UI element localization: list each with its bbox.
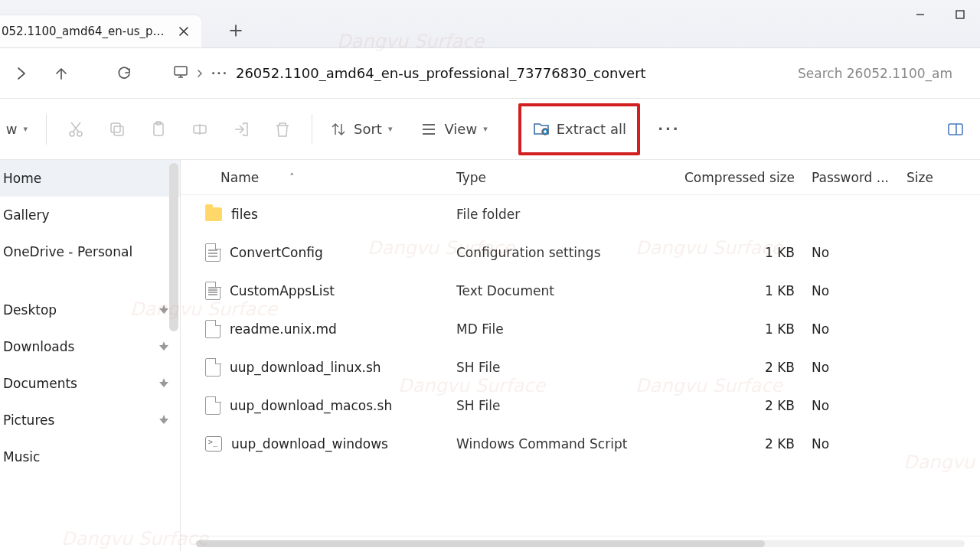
sidebar-item-onedrive[interactable]: OneDrive - Personal [0, 233, 180, 270]
tab-title: 052.1100_amd64_en-us_prof [2, 24, 166, 38]
search-input[interactable]: Search 26052.1100_am [789, 57, 980, 90]
sidebar-item-gallery[interactable]: Gallery [0, 197, 180, 233]
sidebar-item-label: Downloads [3, 339, 74, 354]
file-icon [205, 358, 220, 377]
header-password[interactable]: Password ... [812, 170, 906, 185]
search-placeholder: Search 26052.1100_am [798, 66, 952, 81]
file-type: File folder [456, 207, 654, 222]
sidebar-item-pictures[interactable]: Pictures [0, 402, 180, 439]
table-row[interactable]: ConvertConfig Configuration settings 1 K… [181, 233, 980, 272]
file-csize: 2 KB [654, 436, 812, 452]
table-row[interactable]: uup_download_macos.sh SH File 2 KB No [181, 386, 980, 425]
sidebar-item-documents[interactable]: Documents [0, 365, 180, 402]
sidebar-item-label: Music [3, 449, 40, 465]
file-name: uup_download_windows [231, 436, 388, 452]
header-type[interactable]: Type [456, 170, 654, 185]
file-pw: No [812, 360, 906, 375]
file-csize: 2 KB [654, 360, 812, 375]
header-name[interactable]: Name ˄ [181, 170, 456, 185]
sidebar-item-desktop[interactable]: Desktop [0, 292, 180, 328]
file-csize: 1 KB [654, 245, 812, 260]
sort-label: Sort [354, 121, 382, 137]
file-type: SH File [456, 398, 654, 413]
sidebar-item-label: Home [3, 171, 41, 186]
forward-button[interactable] [5, 57, 38, 90]
file-csize: 1 KB [654, 321, 812, 337]
share-button[interactable] [221, 109, 261, 149]
file-icon [205, 320, 220, 338]
view-button[interactable]: View ▾ [412, 109, 495, 149]
file-type: Windows Command Script [456, 436, 654, 452]
horizontal-scrollbar[interactable] [181, 536, 980, 551]
new-label: w [6, 121, 18, 137]
file-name: files [231, 207, 258, 222]
table-row[interactable]: uup_download_linux.sh SH File 2 KB No [181, 348, 980, 386]
file-name: CustomAppsList [230, 283, 335, 298]
more-button[interactable]: ··· [649, 109, 689, 149]
extract-all-button[interactable]: Extract all [518, 103, 640, 155]
table-row[interactable]: CustomAppsList Text Document 1 KB No [181, 272, 980, 310]
chevron-right-icon[interactable] [196, 67, 204, 80]
svg-point-2 [70, 132, 74, 136]
file-pw: No [812, 321, 906, 337]
copy-button[interactable] [97, 109, 137, 149]
tab-active[interactable]: 052.1100_amd64_en-us_prof [0, 15, 201, 47]
overflow-ellipsis-icon[interactable]: ··· [211, 67, 228, 80]
file-name: uup_download_linux.sh [230, 360, 381, 375]
navigation-sidebar[interactable]: Home Gallery OneDrive - Personal Desktop… [0, 160, 181, 551]
pin-icon [158, 376, 169, 391]
file-type: Text Document [456, 283, 654, 298]
minimize-button[interactable] [900, 0, 940, 29]
view-label: View [444, 121, 477, 137]
config-file-icon [205, 243, 220, 262]
delete-button[interactable] [263, 109, 302, 149]
file-pw: No [812, 283, 906, 298]
file-name: ConvertConfig [230, 245, 323, 260]
sort-button[interactable]: Sort ▾ [322, 109, 400, 149]
file-name: uup_download_macos.sh [230, 398, 392, 413]
refresh-button[interactable] [107, 57, 141, 90]
rename-button[interactable] [180, 109, 220, 149]
file-csize: 1 KB [654, 283, 812, 298]
file-list-pane: Name ˄ Type Compressed size Password ...… [181, 160, 980, 551]
sidebar-item-music[interactable]: Music [0, 439, 180, 475]
maximize-button[interactable] [940, 0, 980, 29]
chevron-down-icon: ▾ [24, 124, 28, 134]
new-button[interactable]: w ▾ [0, 109, 37, 149]
chevron-down-icon: ▾ [388, 124, 393, 134]
address-toolbar: ··· 26052.1100_amd64_en-us_professional_… [0, 48, 980, 99]
sidebar-item-label: OneDrive - Personal [3, 244, 132, 259]
svg-rect-0 [956, 11, 964, 18]
sidebar-item-label: Pictures [3, 412, 54, 428]
paste-button[interactable] [139, 109, 178, 149]
command-toolbar: w ▾ Sort ▾ View ▾ Extract all ··· [0, 99, 980, 160]
details-pane-button[interactable] [936, 109, 975, 149]
table-row[interactable]: files File folder [181, 195, 980, 233]
close-tab-icon[interactable] [177, 24, 191, 38]
titlebar: 052.1100_amd64_en-us_prof [0, 0, 980, 48]
file-csize: 2 KB [654, 398, 812, 413]
chevron-down-icon: ▾ [483, 124, 488, 134]
table-row[interactable]: uup_download_windows Windows Command Scr… [181, 425, 980, 463]
text-file-icon [205, 282, 220, 300]
pin-icon [158, 302, 169, 318]
file-type: MD File [456, 321, 654, 337]
cmd-file-icon [205, 436, 222, 452]
extract-label: Extract all [557, 121, 626, 137]
file-pw: No [812, 398, 906, 413]
sidebar-item-downloads[interactable]: Downloads [0, 328, 180, 365]
new-tab-button[interactable] [220, 15, 252, 47]
header-compressed-size[interactable]: Compressed size [654, 170, 812, 185]
svg-rect-1 [175, 67, 187, 75]
sidebar-scrollbar[interactable] [169, 163, 178, 331]
sidebar-item-label: Gallery [3, 207, 50, 223]
table-row[interactable]: readme.unix.md MD File 1 KB No [181, 310, 980, 348]
sidebar-item-home[interactable]: Home [0, 160, 180, 197]
scrollbar-thumb[interactable] [196, 540, 765, 547]
header-size[interactable]: Size [906, 170, 980, 185]
cut-button[interactable] [56, 109, 96, 149]
breadcrumb[interactable]: ··· 26052.1100_amd64_en-us_professional_… [165, 57, 782, 90]
up-button[interactable] [44, 57, 78, 90]
file-pw: No [812, 436, 906, 452]
separator [46, 114, 47, 145]
